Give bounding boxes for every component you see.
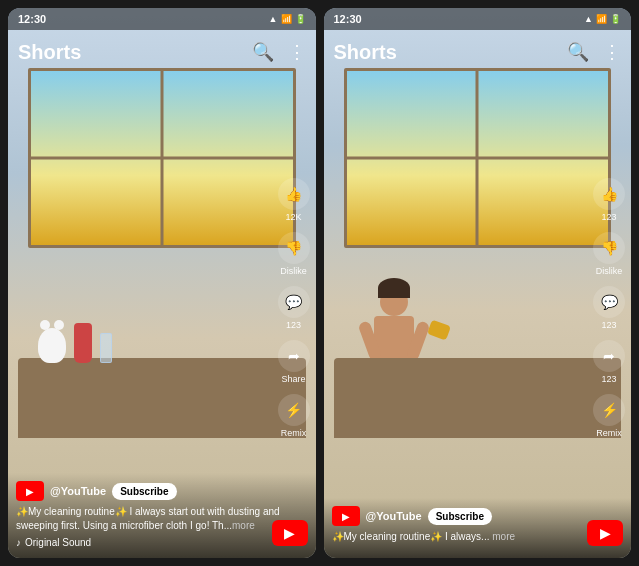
right-room-scene bbox=[324, 8, 632, 558]
left-remix-btn[interactable]: ⚡ Remix bbox=[278, 394, 310, 438]
right-description: ✨My cleaning routine✨ I always... more bbox=[332, 530, 624, 544]
left-channel-row: ▶ @YouTube Subscribe bbox=[16, 481, 308, 501]
person-arm-left bbox=[357, 320, 382, 362]
left-yt-logo: ▶ bbox=[16, 481, 44, 501]
right-action-buttons: 👍 123 👎 Dislike 💬 123 ➦ 123 ⚡ Remix bbox=[593, 178, 625, 438]
right-share-btn[interactable]: ➦ 123 bbox=[593, 340, 625, 384]
glass bbox=[100, 333, 112, 363]
right-remix-icon: ⚡ bbox=[593, 394, 625, 426]
right-wifi-icon: ▲ bbox=[584, 14, 593, 24]
left-bottom-overlay: ▶ @YouTube Subscribe ✨My cleaning routin… bbox=[8, 473, 316, 558]
right-like-btn[interactable]: 👍 123 bbox=[593, 178, 625, 222]
right-app-bar: Shorts 🔍 ⋮ bbox=[324, 30, 632, 74]
right-signal-icon: 📶 bbox=[596, 14, 607, 24]
left-music-icon: ♪ bbox=[16, 537, 21, 548]
right-comment-btn[interactable]: 💬 123 bbox=[593, 286, 625, 330]
right-video-bg bbox=[324, 8, 632, 558]
right-comment-count: 123 bbox=[601, 320, 616, 330]
left-more-icon[interactable]: ⋮ bbox=[288, 41, 306, 63]
right-share-icon: ➦ bbox=[593, 340, 625, 372]
right-like-count: 123 bbox=[601, 212, 616, 222]
right-battery-icon: 🔋 bbox=[610, 14, 621, 24]
left-sound-text: Original Sound bbox=[25, 537, 91, 548]
left-dislike-label: Dislike bbox=[280, 266, 307, 276]
right-status-bar: 12:30 ▲ 📶 🔋 bbox=[324, 8, 632, 30]
right-time: 12:30 bbox=[334, 13, 362, 25]
left-phone: 12:30 ▲ 📶 🔋 Shorts 🔍 ⋮ 👍 12K 👎 Disli bbox=[8, 8, 316, 558]
phones-container: 12:30 ▲ 📶 🔋 Shorts 🔍 ⋮ 👍 12K 👎 Disli bbox=[0, 0, 639, 566]
right-table bbox=[334, 358, 622, 438]
left-search-icon[interactable]: 🔍 bbox=[252, 41, 274, 63]
right-phone: 12:30 ▲ 📶 🔋 Shorts 🔍 ⋮ 👍 123 👎 Disli bbox=[324, 8, 632, 558]
right-remix-label: Remix bbox=[596, 428, 622, 438]
right-app-bar-icons: 🔍 ⋮ bbox=[567, 41, 621, 63]
right-yt-play-icon: ▶ bbox=[342, 511, 350, 522]
left-comment-btn[interactable]: 💬 123 bbox=[278, 286, 310, 330]
left-yt-play-icon: ▶ bbox=[26, 486, 34, 497]
person-head bbox=[380, 288, 408, 316]
right-share-count: 123 bbox=[601, 374, 616, 384]
left-share-icon: ➦ bbox=[278, 340, 310, 372]
left-app-title: Shorts bbox=[18, 41, 81, 64]
right-bottom-overlay: ▶ @YouTube Subscribe ✨My cleaning routin… bbox=[324, 498, 632, 558]
person-arm-right bbox=[405, 320, 430, 362]
right-more-text[interactable]: more bbox=[492, 531, 515, 542]
left-yt-btn-icon: ▶ bbox=[284, 525, 295, 541]
right-dislike-btn[interactable]: 👎 Dislike bbox=[593, 232, 625, 276]
left-share-label: Share bbox=[281, 374, 305, 384]
right-channel-name[interactable]: @YouTube bbox=[366, 510, 422, 522]
right-comment-icon: 💬 bbox=[593, 286, 625, 318]
cloth bbox=[427, 320, 451, 341]
table-items bbox=[38, 323, 112, 363]
left-like-count: 12K bbox=[285, 212, 301, 222]
right-like-icon: 👍 bbox=[593, 178, 625, 210]
left-status-bar: 12:30 ▲ 📶 🔋 bbox=[8, 8, 316, 30]
window bbox=[28, 68, 296, 248]
right-subscribe-button[interactable]: Subscribe bbox=[428, 508, 492, 525]
left-share-btn[interactable]: ➦ Share bbox=[278, 340, 310, 384]
left-status-icons: ▲ 📶 🔋 bbox=[269, 14, 306, 24]
right-yt-logo: ▶ bbox=[332, 506, 360, 526]
left-dislike-btn[interactable]: 👎 Dislike bbox=[278, 232, 310, 276]
left-subscribe-button[interactable]: Subscribe bbox=[112, 483, 176, 500]
left-time: 12:30 bbox=[18, 13, 46, 25]
stuffed-animal bbox=[38, 328, 66, 363]
right-remix-btn[interactable]: ⚡ Remix bbox=[593, 394, 625, 438]
left-action-buttons: 👍 12K 👎 Dislike 💬 123 ➦ Share ⚡ Remix bbox=[278, 178, 310, 438]
left-remix-label: Remix bbox=[281, 428, 307, 438]
left-like-btn[interactable]: 👍 12K bbox=[278, 178, 310, 222]
left-app-bar-icons: 🔍 ⋮ bbox=[252, 41, 306, 63]
left-yt-button[interactable]: ▶ bbox=[272, 520, 308, 546]
right-dislike-label: Dislike bbox=[596, 266, 623, 276]
battery-icon: 🔋 bbox=[295, 14, 306, 24]
left-comment-icon: 💬 bbox=[278, 286, 310, 318]
left-sound-row: ♪ Original Sound bbox=[16, 537, 308, 548]
left-app-bar: Shorts 🔍 ⋮ bbox=[8, 30, 316, 74]
left-more-text[interactable]: more bbox=[232, 520, 255, 531]
left-like-icon: 👍 bbox=[278, 178, 310, 210]
right-app-title: Shorts bbox=[334, 41, 397, 64]
right-yt-button[interactable]: ▶ bbox=[587, 520, 623, 546]
wifi-icon: ▲ bbox=[269, 14, 278, 24]
right-yt-btn-icon: ▶ bbox=[600, 525, 611, 541]
left-remix-icon: ⚡ bbox=[278, 394, 310, 426]
right-more-icon[interactable]: ⋮ bbox=[603, 41, 621, 63]
right-channel-row: ▶ @YouTube Subscribe bbox=[332, 506, 624, 526]
right-dislike-icon: 👎 bbox=[593, 232, 625, 264]
left-channel-name[interactable]: @YouTube bbox=[50, 485, 106, 497]
right-search-icon[interactable]: 🔍 bbox=[567, 41, 589, 63]
signal-icon: 📶 bbox=[281, 14, 292, 24]
right-window bbox=[344, 68, 612, 248]
table bbox=[18, 358, 306, 438]
vase bbox=[74, 323, 92, 363]
right-status-icons: ▲ 📶 🔋 bbox=[584, 14, 621, 24]
left-dislike-icon: 👎 bbox=[278, 232, 310, 264]
left-comment-count: 123 bbox=[286, 320, 301, 330]
left-description: ✨My cleaning routine✨ I always start out… bbox=[16, 505, 308, 533]
